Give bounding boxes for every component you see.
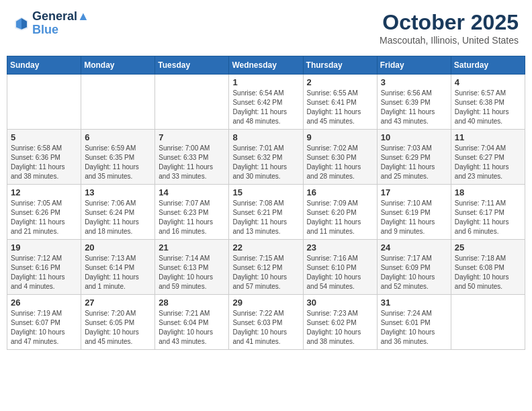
day-info: Sunrise: 7:24 AM Sunset: 6:01 PM Dayligh… bbox=[381, 309, 447, 347]
day-info: Sunrise: 7:11 AM Sunset: 6:17 PM Dayligh… bbox=[455, 199, 521, 236]
day-number: 12 bbox=[11, 187, 77, 197]
day-number: 21 bbox=[159, 242, 225, 253]
day-info: Sunrise: 6:57 AM Sunset: 6:38 PM Dayligh… bbox=[455, 89, 521, 126]
day-number: 26 bbox=[11, 298, 77, 308]
calendar-cell: 16Sunrise: 7:09 AM Sunset: 6:20 PM Dayli… bbox=[303, 185, 377, 240]
day-number: 1 bbox=[232, 77, 299, 87]
col-friday: Friday bbox=[377, 56, 451, 75]
day-number: 29 bbox=[232, 298, 299, 308]
day-info: Sunrise: 6:59 AM Sunset: 6:35 PM Dayligh… bbox=[85, 144, 151, 181]
calendar-week-3: 12Sunrise: 7:05 AM Sunset: 6:26 PM Dayli… bbox=[7, 185, 525, 240]
day-number: 18 bbox=[455, 187, 521, 197]
calendar-cell: 1Sunrise: 6:54 AM Sunset: 6:42 PM Daylig… bbox=[229, 75, 303, 130]
page-header: General▲ Blue October 2025 Mascoutah, Il… bbox=[7, 7, 525, 49]
col-wednesday: Wednesday bbox=[229, 56, 303, 75]
day-info: Sunrise: 7:23 AM Sunset: 6:02 PM Dayligh… bbox=[307, 309, 373, 347]
day-number: 17 bbox=[381, 187, 447, 197]
calendar-cell: 22Sunrise: 7:15 AM Sunset: 6:12 PM Dayli… bbox=[229, 240, 303, 295]
day-info: Sunrise: 6:54 AM Sunset: 6:42 PM Dayligh… bbox=[232, 89, 299, 126]
day-info: Sunrise: 7:01 AM Sunset: 6:32 PM Dayligh… bbox=[232, 144, 299, 181]
title-area: October 2025 Mascoutah, Illinois, United… bbox=[380, 10, 519, 46]
calendar-cell bbox=[155, 75, 229, 130]
day-number: 30 bbox=[307, 298, 373, 308]
day-info: Sunrise: 7:07 AM Sunset: 6:23 PM Dayligh… bbox=[159, 199, 225, 236]
day-info: Sunrise: 6:58 AM Sunset: 6:36 PM Dayligh… bbox=[11, 144, 77, 181]
day-number: 4 bbox=[455, 77, 521, 87]
day-info: Sunrise: 7:20 AM Sunset: 6:05 PM Dayligh… bbox=[85, 309, 151, 347]
day-number: 11 bbox=[455, 132, 521, 142]
day-number: 23 bbox=[307, 242, 373, 253]
calendar-cell: 24Sunrise: 7:17 AM Sunset: 6:09 PM Dayli… bbox=[377, 240, 451, 295]
col-thursday: Thursday bbox=[303, 56, 377, 75]
day-info: Sunrise: 7:17 AM Sunset: 6:09 PM Dayligh… bbox=[381, 254, 447, 291]
day-number: 5 bbox=[11, 132, 77, 142]
calendar-cell: 18Sunrise: 7:11 AM Sunset: 6:17 PM Dayli… bbox=[451, 185, 525, 240]
calendar-cell: 25Sunrise: 7:18 AM Sunset: 6:08 PM Dayli… bbox=[451, 240, 525, 295]
calendar-cell: 19Sunrise: 7:12 AM Sunset: 6:16 PM Dayli… bbox=[7, 240, 81, 295]
day-info: Sunrise: 7:22 AM Sunset: 6:03 PM Dayligh… bbox=[232, 309, 299, 347]
logo: General▲ Blue bbox=[13, 10, 89, 37]
day-number: 31 bbox=[381, 298, 447, 308]
day-number: 20 bbox=[85, 242, 151, 253]
calendar-cell: 29Sunrise: 7:22 AM Sunset: 6:03 PM Dayli… bbox=[229, 295, 303, 350]
calendar-cell: 17Sunrise: 7:10 AM Sunset: 6:19 PM Dayli… bbox=[377, 185, 451, 240]
calendar-week-4: 19Sunrise: 7:12 AM Sunset: 6:16 PM Dayli… bbox=[7, 240, 525, 295]
calendar-cell: 2Sunrise: 6:55 AM Sunset: 6:41 PM Daylig… bbox=[303, 75, 377, 130]
day-number: 13 bbox=[85, 187, 151, 197]
calendar-cell: 26Sunrise: 7:19 AM Sunset: 6:07 PM Dayli… bbox=[7, 295, 81, 350]
day-info: Sunrise: 7:18 AM Sunset: 6:08 PM Dayligh… bbox=[455, 254, 521, 291]
day-info: Sunrise: 7:14 AM Sunset: 6:13 PM Dayligh… bbox=[159, 254, 225, 291]
month-title: October 2025 bbox=[380, 10, 519, 35]
day-info: Sunrise: 7:06 AM Sunset: 6:24 PM Dayligh… bbox=[85, 199, 151, 236]
calendar-week-2: 5Sunrise: 6:58 AM Sunset: 6:36 PM Daylig… bbox=[7, 130, 525, 185]
calendar-cell bbox=[451, 295, 525, 350]
col-tuesday: Tuesday bbox=[155, 56, 229, 75]
day-number: 2 bbox=[307, 77, 373, 87]
col-sunday: Sunday bbox=[7, 56, 81, 75]
day-number: 8 bbox=[232, 132, 299, 142]
calendar-cell: 10Sunrise: 7:03 AM Sunset: 6:29 PM Dayli… bbox=[377, 130, 451, 185]
calendar-header-row: Sunday Monday Tuesday Wednesday Thursday… bbox=[7, 56, 525, 75]
day-number: 9 bbox=[307, 132, 373, 142]
col-saturday: Saturday bbox=[451, 56, 525, 75]
day-info: Sunrise: 7:04 AM Sunset: 6:27 PM Dayligh… bbox=[455, 144, 521, 181]
calendar-cell: 9Sunrise: 7:02 AM Sunset: 6:30 PM Daylig… bbox=[303, 130, 377, 185]
day-number: 7 bbox=[159, 132, 225, 142]
calendar-cell: 31Sunrise: 7:24 AM Sunset: 6:01 PM Dayli… bbox=[377, 295, 451, 350]
calendar-cell: 28Sunrise: 7:21 AM Sunset: 6:04 PM Dayli… bbox=[155, 295, 229, 350]
day-info: Sunrise: 7:16 AM Sunset: 6:10 PM Dayligh… bbox=[307, 254, 373, 291]
day-info: Sunrise: 6:55 AM Sunset: 6:41 PM Dayligh… bbox=[307, 89, 373, 126]
calendar-cell bbox=[81, 75, 155, 130]
calendar-cell: 4Sunrise: 6:57 AM Sunset: 6:38 PM Daylig… bbox=[451, 75, 525, 130]
calendar-cell: 5Sunrise: 6:58 AM Sunset: 6:36 PM Daylig… bbox=[7, 130, 81, 185]
day-info: Sunrise: 7:03 AM Sunset: 6:29 PM Dayligh… bbox=[381, 144, 447, 181]
day-info: Sunrise: 7:09 AM Sunset: 6:20 PM Dayligh… bbox=[307, 199, 373, 236]
day-info: Sunrise: 7:15 AM Sunset: 6:12 PM Dayligh… bbox=[232, 254, 299, 291]
day-info: Sunrise: 7:05 AM Sunset: 6:26 PM Dayligh… bbox=[11, 199, 77, 236]
calendar-cell: 3Sunrise: 6:56 AM Sunset: 6:39 PM Daylig… bbox=[377, 75, 451, 130]
calendar-cell: 7Sunrise: 7:00 AM Sunset: 6:33 PM Daylig… bbox=[155, 130, 229, 185]
day-info: Sunrise: 7:02 AM Sunset: 6:30 PM Dayligh… bbox=[307, 144, 373, 181]
calendar-cell: 27Sunrise: 7:20 AM Sunset: 6:05 PM Dayli… bbox=[81, 295, 155, 350]
day-info: Sunrise: 7:08 AM Sunset: 6:21 PM Dayligh… bbox=[232, 199, 299, 236]
calendar-cell: 21Sunrise: 7:14 AM Sunset: 6:13 PM Dayli… bbox=[155, 240, 229, 295]
logo-text: General▲ Blue bbox=[32, 10, 89, 37]
calendar-cell: 6Sunrise: 6:59 AM Sunset: 6:35 PM Daylig… bbox=[81, 130, 155, 185]
day-info: Sunrise: 7:19 AM Sunset: 6:07 PM Dayligh… bbox=[11, 309, 77, 347]
day-number: 14 bbox=[159, 187, 225, 197]
day-number: 24 bbox=[381, 242, 447, 253]
day-number: 6 bbox=[85, 132, 151, 142]
day-info: Sunrise: 7:12 AM Sunset: 6:16 PM Dayligh… bbox=[11, 254, 77, 291]
logo-icon bbox=[13, 15, 30, 32]
day-number: 15 bbox=[232, 187, 299, 197]
calendar-week-1: 1Sunrise: 6:54 AM Sunset: 6:42 PM Daylig… bbox=[7, 75, 525, 130]
calendar-cell: 8Sunrise: 7:01 AM Sunset: 6:32 PM Daylig… bbox=[229, 130, 303, 185]
day-info: Sunrise: 7:21 AM Sunset: 6:04 PM Dayligh… bbox=[159, 309, 225, 347]
day-number: 27 bbox=[85, 298, 151, 308]
day-info: Sunrise: 7:13 AM Sunset: 6:14 PM Dayligh… bbox=[85, 254, 151, 291]
calendar-cell: 11Sunrise: 7:04 AM Sunset: 6:27 PM Dayli… bbox=[451, 130, 525, 185]
calendar-cell: 23Sunrise: 7:16 AM Sunset: 6:10 PM Dayli… bbox=[303, 240, 377, 295]
calendar-cell: 30Sunrise: 7:23 AM Sunset: 6:02 PM Dayli… bbox=[303, 295, 377, 350]
calendar-cell: 14Sunrise: 7:07 AM Sunset: 6:23 PM Dayli… bbox=[155, 185, 229, 240]
calendar-cell bbox=[7, 75, 81, 130]
